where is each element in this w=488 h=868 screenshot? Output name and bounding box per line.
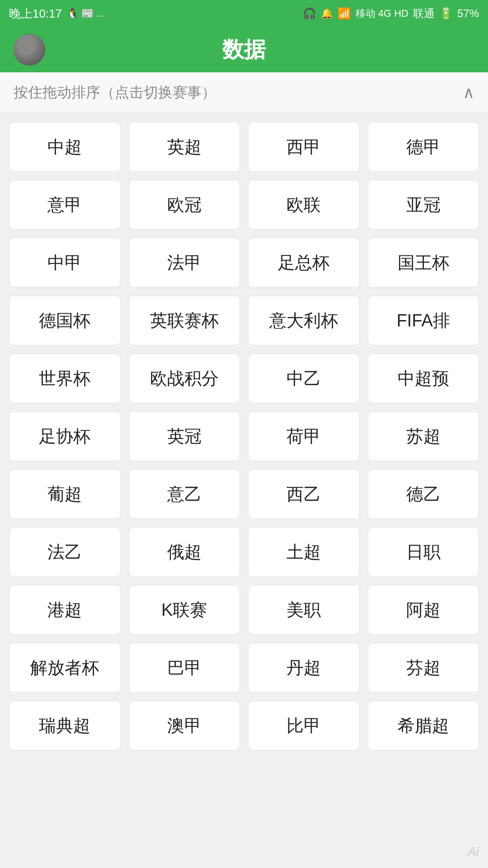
league-button[interactable]: 意乙 [129,469,240,519]
league-button[interactable]: FIFA排 [368,296,479,345]
status-left: 晚上10:17 🐧 📰 ... [9,6,105,22]
league-button[interactable]: 德甲 [368,122,479,172]
league-button[interactable]: 英联赛杯 [129,296,240,345]
battery-percent: 57% [457,7,479,20]
league-button[interactable]: 欧联 [248,180,360,230]
league-button[interactable]: 中超预 [368,354,479,403]
sort-label: 按住拖动排序（点击切换赛事） [14,82,216,103]
signal-icons: 移动 4G HD [356,7,408,20]
league-button[interactable]: 意大利杯 [248,296,360,345]
watermark: Ai [468,844,479,859]
league-button[interactable]: 丹超 [248,643,360,693]
league-button[interactable]: 亚冠 [368,180,479,230]
carrier-label: 联通 [413,6,435,21]
league-button[interactable]: 欧冠 [129,180,240,230]
league-button[interactable]: 芬超 [368,643,479,693]
league-button[interactable]: 中甲 [9,238,121,288]
league-button[interactable]: 解放者杯 [9,643,121,693]
league-button[interactable]: 足总杯 [248,238,360,288]
league-grid: 中超英超西甲德甲意甲欧冠欧联亚冠中甲法甲足总杯国王杯德国杯英联赛杯意大利杯FIF… [9,122,479,750]
league-button[interactable]: 港超 [9,585,121,635]
league-grid-container: 中超英超西甲德甲意甲欧冠欧联亚冠中甲法甲足总杯国王杯德国杯英联赛杯意大利杯FIF… [0,113,488,760]
league-button[interactable]: 苏超 [368,411,479,461]
league-button[interactable]: 澳甲 [129,701,240,750]
league-button[interactable]: 德乙 [368,469,479,519]
league-button[interactable]: 英冠 [129,411,240,461]
league-button[interactable]: 比甲 [248,701,360,750]
league-button[interactable]: 荷甲 [248,411,360,461]
status-time: 晚上10:17 [9,6,62,22]
league-button[interactable]: 西乙 [248,469,360,519]
sort-bar[interactable]: 按住拖动排序（点击切换赛事） ∧ [0,72,488,113]
chevron-up-icon[interactable]: ∧ [463,83,474,102]
sort-main-text: 按住拖动排序（点击切换赛事） [14,82,216,101]
league-button[interactable]: 欧战积分 [129,354,240,403]
league-button[interactable]: 法甲 [129,238,240,288]
league-button[interactable]: 西甲 [248,122,360,172]
league-button[interactable]: 中超 [9,122,121,172]
league-button[interactable]: 巴甲 [129,643,240,693]
league-button[interactable]: 阿超 [368,585,479,635]
league-button[interactable]: 英超 [129,122,240,172]
status-bar: 晚上10:17 🐧 📰 ... 🎧 🔔 📶 移动 4G HD 联通 🔋 57% [0,0,488,27]
league-button[interactable]: 俄超 [129,527,240,577]
league-button[interactable]: 足协杯 [9,411,121,461]
league-button[interactable]: 土超 [248,527,360,577]
league-button[interactable]: 意甲 [9,180,121,230]
page-title: 数据 [222,35,266,64]
bell-icon: 🔔 [321,8,333,19]
notification-icons: 🐧 📰 ... [66,8,105,19]
league-button[interactable]: 世界杯 [9,354,121,403]
wifi-icon: 📶 [338,7,351,20]
league-button[interactable]: 葡超 [9,469,121,519]
league-button[interactable]: 日职 [368,527,479,577]
league-button[interactable]: 德国杯 [9,296,121,345]
league-button[interactable]: 国王杯 [368,238,479,288]
app-header: 数据 [0,27,488,72]
battery-icon: 🔋 [439,7,453,20]
league-button[interactable]: 希腊超 [368,701,479,750]
status-right: 🎧 🔔 📶 移动 4G HD 联通 🔋 57% [303,6,479,21]
avatar-image [14,34,45,66]
league-button[interactable]: 瑞典超 [9,701,121,750]
headphone-icon: 🎧 [303,7,316,20]
avatar[interactable] [14,34,45,66]
league-button[interactable]: 法乙 [9,527,121,577]
league-button[interactable]: 中乙 [248,354,360,403]
league-button[interactable]: 美职 [248,585,360,635]
league-button[interactable]: K联赛 [129,585,240,635]
